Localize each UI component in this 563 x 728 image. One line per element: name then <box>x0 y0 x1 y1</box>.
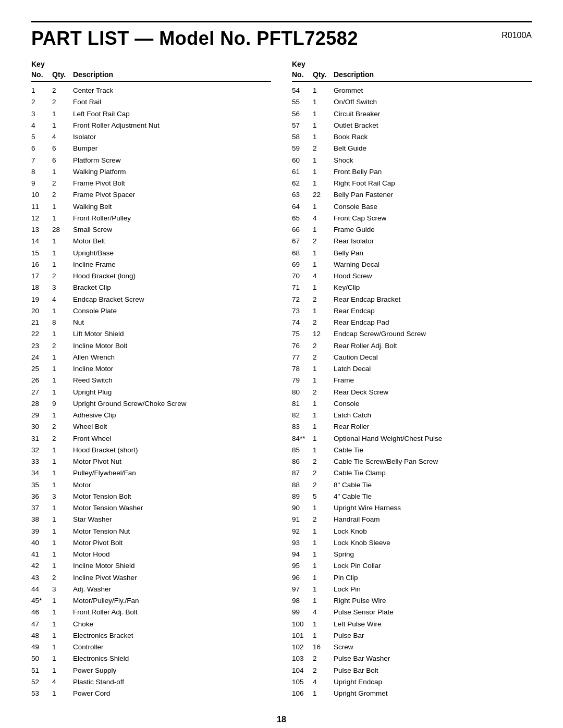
part-qty: 1 <box>52 653 73 664</box>
part-desc: Allen Wrench <box>73 352 271 363</box>
part-desc: Controller <box>73 642 271 652</box>
table-row: 23 2 Incline Motor Bolt <box>31 340 271 352</box>
part-qty: 1 <box>52 248 73 258</box>
part-qty: 1 <box>313 422 334 432</box>
table-row: 69 1 Warning Decal <box>292 259 532 270</box>
part-no: 89 <box>292 491 313 502</box>
part-no: 11 <box>31 202 52 212</box>
part-no: 38 <box>31 514 52 525</box>
left-no-label: No. <box>31 70 52 79</box>
table-row: 96 1 Pin Clip <box>292 572 532 584</box>
part-no: 3 <box>31 109 52 119</box>
part-desc: Hood Bracket (short) <box>73 445 271 455</box>
part-no: 4 <box>31 120 52 131</box>
part-no: 33 <box>31 456 52 467</box>
part-no: 92 <box>292 526 313 537</box>
part-desc: Motor/Pulley/Fly./Fan <box>73 596 271 606</box>
part-no: 53 <box>31 688 52 699</box>
part-no: 19 <box>31 294 52 305</box>
part-qty: 1 <box>313 631 334 641</box>
part-no: 88 <box>292 480 313 490</box>
part-qty: 1 <box>52 619 73 630</box>
table-row: 41 1 Motor Hood <box>31 549 271 560</box>
part-qty: 1 <box>52 480 73 490</box>
part-no: 79 <box>292 375 313 386</box>
part-no: 90 <box>292 503 313 513</box>
part-desc: On/Off Switch <box>334 97 532 107</box>
table-row: 92 1 Lock Knob <box>292 526 532 537</box>
part-qty: 2 <box>52 85 73 96</box>
table-row: 50 1 Electronics Shield <box>31 653 271 664</box>
part-desc: Screw <box>334 642 532 652</box>
title-section: PART LIST — Model No. PFTL72582 R0100A <box>31 21 532 50</box>
part-desc: Motor Tension Washer <box>73 503 271 513</box>
table-row: 85 1 Cable Tie <box>292 445 532 456</box>
part-no: 2 <box>31 97 52 107</box>
part-qty: 2 <box>313 352 334 363</box>
part-desc: Cable Tie Clamp <box>334 468 532 478</box>
right-parts-list: 54 1 Grommet 55 1 On/Off Switch 56 1 Cir… <box>292 85 532 699</box>
part-no: 94 <box>292 549 313 560</box>
part-no: 57 <box>292 120 313 131</box>
part-desc: Bracket Clip <box>73 282 271 293</box>
table-row: 100 1 Left Pulse Wire <box>292 619 532 630</box>
table-row: 84** 1 Optional Hand Weight/Chest Pulse <box>292 433 532 445</box>
part-qty: 2 <box>52 422 73 432</box>
part-qty: 1 <box>52 561 73 571</box>
part-no: 17 <box>31 271 52 281</box>
part-qty: 1 <box>313 399 334 409</box>
part-no: 78 <box>292 364 313 374</box>
part-qty: 1 <box>52 364 73 374</box>
part-desc: Key/Clip <box>334 282 532 293</box>
table-row: 73 1 Rear Endcap <box>292 305 532 317</box>
part-qty: 4 <box>52 677 73 687</box>
part-qty: 1 <box>52 503 73 513</box>
table-row: 46 1 Front Roller Adj. Bolt <box>31 607 271 618</box>
table-row: 101 1 Pulse Bar <box>292 630 532 641</box>
right-no-label: No. <box>292 70 313 79</box>
table-row: 98 1 Right Pulse Wire <box>292 595 532 607</box>
part-qty: 4 <box>313 213 334 224</box>
part-qty: 1 <box>52 109 73 119</box>
part-no: 72 <box>292 294 313 305</box>
part-desc: Frame Guide <box>334 225 532 235</box>
part-qty: 1 <box>313 109 334 119</box>
table-row: 10 2 Frame Pivot Spacer <box>31 189 271 201</box>
part-qty: 16 <box>313 642 334 652</box>
table-row: 44 3 Adj. Washer <box>31 584 271 595</box>
table-row: 78 1 Latch Decal <box>292 363 532 375</box>
part-qty: 1 <box>52 352 73 363</box>
part-no: 84** <box>292 434 313 444</box>
part-no: 30 <box>31 422 52 432</box>
part-qty: 4 <box>52 132 73 142</box>
part-desc: Front Roller Adjustment Nut <box>73 120 271 131</box>
part-no: 62 <box>292 178 313 189</box>
part-desc: Circuit Breaker <box>334 109 532 119</box>
part-no: 74 <box>292 317 313 328</box>
table-row: 77 2 Caution Decal <box>292 352 532 363</box>
table-row: 28 9 Upright Ground Screw/Choke Screw <box>31 398 271 410</box>
part-desc: Spring <box>334 549 532 560</box>
part-no: 16 <box>31 260 52 270</box>
part-desc: Rear Isolator <box>334 236 532 246</box>
part-qty: 1 <box>52 456 73 467</box>
part-desc: Rear Roller <box>334 422 532 432</box>
part-desc: Lock Knob <box>334 526 532 537</box>
part-no: 21 <box>31 317 52 328</box>
part-no: 1 <box>31 85 52 96</box>
part-desc: Rear Endcap Pad <box>334 317 532 328</box>
part-desc: Front Wheel <box>73 434 271 444</box>
part-qty: 1 <box>52 236 73 246</box>
part-desc: Left Pulse Wire <box>334 619 532 630</box>
part-qty: 2 <box>52 573 73 583</box>
left-desc-label: Description <box>73 70 271 79</box>
part-qty: 2 <box>313 387 334 398</box>
part-qty: 1 <box>313 538 334 548</box>
table-row: 40 1 Motor Pivot Bolt <box>31 537 271 549</box>
table-row: 32 1 Hood Bracket (short) <box>31 445 271 456</box>
table-row: 39 1 Motor Tension Nut <box>31 526 271 537</box>
table-row: 72 2 Rear Endcap Bracket <box>292 294 532 305</box>
table-row: 55 1 On/Off Switch <box>292 96 532 108</box>
table-row: 60 1 Shock <box>292 155 532 166</box>
part-no: 43 <box>31 573 52 583</box>
